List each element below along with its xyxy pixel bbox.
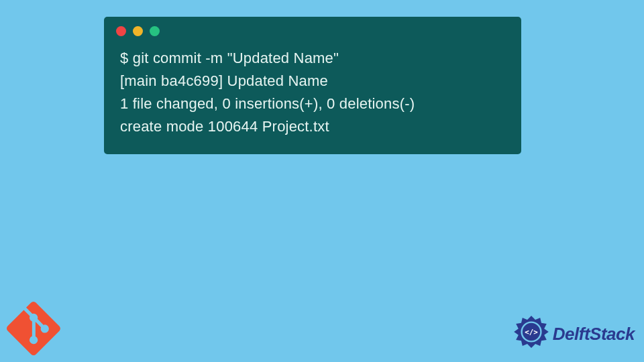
terminal-window: $ git commit -m "Updated Name" [main ba4… (104, 17, 521, 154)
window-controls (104, 17, 521, 43)
close-icon (116, 26, 126, 36)
terminal-line: [main ba4c699] Updated Name (120, 70, 505, 93)
terminal-output: $ git commit -m "Updated Name" [main ba4… (104, 43, 521, 142)
maximize-icon (150, 26, 160, 36)
delftstack-logo: </> DelftStack (511, 314, 635, 354)
delftstack-text: DelftStack (553, 324, 635, 345)
svg-text:</>: </> (525, 328, 538, 337)
terminal-line: create mode 100644 Project.txt (120, 115, 505, 138)
terminal-line: $ git commit -m "Updated Name" (120, 47, 505, 70)
delftstack-badge-icon: </> (511, 314, 551, 354)
minimize-icon (133, 26, 143, 36)
terminal-line: 1 file changed, 0 insertions(+), 0 delet… (120, 93, 505, 115)
git-icon (7, 302, 60, 355)
